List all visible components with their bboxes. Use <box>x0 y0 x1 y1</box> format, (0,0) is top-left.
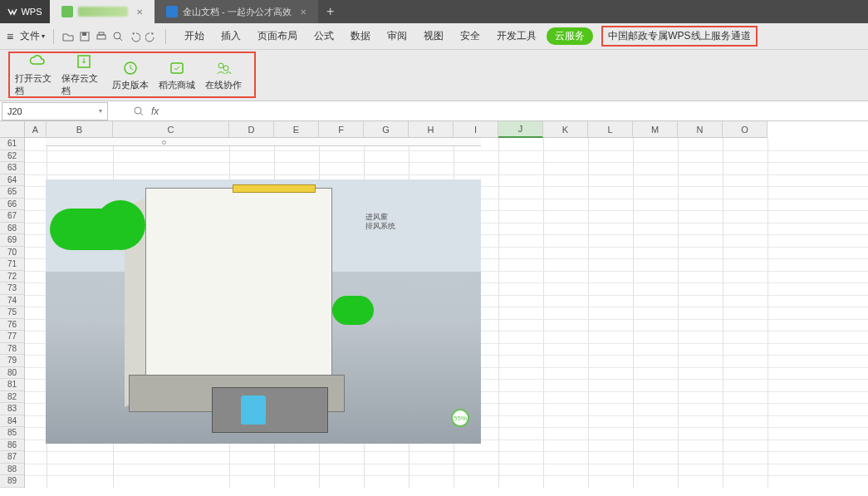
row-header-79[interactable]: 79 <box>0 355 24 367</box>
select-all-corner[interactable] <box>0 121 25 138</box>
row-header-76[interactable]: 76 <box>0 319 24 331</box>
row-header-71[interactable]: 71 <box>0 258 24 271</box>
col-header-D[interactable]: D <box>229 121 274 138</box>
row-header-73[interactable]: 73 <box>0 282 24 295</box>
cloud-open-icon <box>28 52 47 71</box>
history-button[interactable]: 历史版本 <box>108 59 153 91</box>
image-handle <box>162 140 166 145</box>
col-header-E[interactable]: E <box>274 121 319 138</box>
document-tab-2[interactable]: 金山文档 - 一起办公才高效 ✕ <box>154 0 318 23</box>
tab-security[interactable]: 安全 <box>454 26 487 47</box>
svg-rect-3 <box>99 32 104 35</box>
close-icon[interactable]: ✕ <box>136 7 143 17</box>
doc-icon <box>166 6 178 17</box>
row-header-74[interactable]: 74 <box>0 295 24 307</box>
tab-layout[interactable]: 页面布局 <box>251 26 304 47</box>
open-icon[interactable] <box>61 29 76 44</box>
collab-button[interactable]: 在线协作 <box>201 59 246 91</box>
row-header-80[interactable]: 80 <box>0 367 24 380</box>
svg-point-4 <box>114 32 120 39</box>
row-header-85[interactable]: 85 <box>0 427 24 440</box>
row-header-88[interactable]: 88 <box>0 464 24 476</box>
column-headers-row: ABCDEFGHIJKLMNO <box>0 121 868 138</box>
row-header-68[interactable]: 68 <box>0 223 24 235</box>
tab-insert[interactable]: 插入 <box>214 26 248 47</box>
chevron-down-icon[interactable]: ▾ <box>99 107 102 115</box>
cells-area[interactable]: 进风窗排风系统 55% <box>25 138 868 488</box>
document-tab-1[interactable]: ✕ <box>50 0 154 23</box>
highlighted-ribbon-group: 打开云文档 保存云文档 历史版本 稻壳商城 在线协作 <box>8 52 256 98</box>
row-header-65[interactable]: 65 <box>0 186 24 199</box>
separator <box>53 29 54 44</box>
tab-cloud[interactable]: 云服务 <box>547 27 593 45</box>
row-header-69[interactable]: 69 <box>0 234 24 247</box>
col-header-C[interactable]: C <box>113 121 229 138</box>
row-header-81[interactable]: 81 <box>0 379 24 391</box>
row-header-63[interactable]: 63 <box>0 162 24 174</box>
tab-start[interactable]: 开始 <box>178 26 211 47</box>
history-icon <box>121 59 140 77</box>
col-header-A[interactable]: A <box>25 121 47 138</box>
undo-icon[interactable] <box>127 29 142 44</box>
row-header-61[interactable]: 61 <box>0 138 24 150</box>
row-header-75[interactable]: 75 <box>0 307 24 319</box>
col-header-F[interactable]: F <box>319 121 364 138</box>
col-header-I[interactable]: I <box>454 121 498 138</box>
col-header-J[interactable]: J <box>498 121 543 138</box>
col-header-H[interactable]: H <box>409 121 454 138</box>
new-tab-button[interactable]: + <box>318 4 343 19</box>
formula-bar[interactable]: fx <box>133 106 159 117</box>
row-header-62[interactable]: 62 <box>0 150 24 163</box>
tab-review[interactable]: 审阅 <box>380 26 414 47</box>
save-icon[interactable] <box>77 29 92 44</box>
row-header-66[interactable]: 66 <box>0 199 24 211</box>
grid-body: 6162636465666768697071727374757677787980… <box>0 138 868 488</box>
zoom-icon <box>133 106 145 117</box>
tab-data[interactable]: 数据 <box>344 26 377 47</box>
svg-rect-2 <box>97 35 105 39</box>
ribbon-tabs: 开始 插入 页面布局 公式 数据 审阅 视图 安全 开发工具 云服务 中国邮政专… <box>178 26 757 47</box>
hamburger-icon[interactable]: ≡ <box>7 30 13 43</box>
print-icon[interactable] <box>94 29 109 44</box>
title-bar: WPS ✕ 金山文档 - 一起办公才高效 ✕ + <box>0 0 868 23</box>
row-header-64[interactable]: 64 <box>0 174 24 187</box>
row-header-78[interactable]: 78 <box>0 343 24 356</box>
tab-formula[interactable]: 公式 <box>307 26 341 47</box>
row-header-77[interactable]: 77 <box>0 331 24 343</box>
name-box[interactable]: J20 ▾ <box>2 102 108 120</box>
row-header-70[interactable]: 70 <box>0 247 24 259</box>
row-header-67[interactable]: 67 <box>0 210 24 223</box>
tab-view[interactable]: 视图 <box>417 26 450 47</box>
close-icon[interactable]: ✕ <box>300 7 306 17</box>
row-header-72[interactable]: 72 <box>0 271 24 283</box>
cad-scene: 进风窗排风系统 55% <box>46 179 481 444</box>
row-header-83[interactable]: 83 <box>0 403 24 415</box>
open-cloud-button[interactable]: 打开云文档 <box>15 52 60 97</box>
separator <box>165 29 166 44</box>
row-header-89[interactable]: 89 <box>0 475 24 488</box>
row-header-84[interactable]: 84 <box>0 415 24 428</box>
row-header-82[interactable]: 82 <box>0 391 24 404</box>
col-header-L[interactable]: L <box>588 121 633 138</box>
col-header-N[interactable]: N <box>678 121 723 138</box>
row-header-86[interactable]: 86 <box>0 440 24 452</box>
file-menu[interactable]: 文件▾ <box>18 27 47 45</box>
col-header-B[interactable]: B <box>47 121 113 138</box>
preview-icon[interactable] <box>110 29 125 44</box>
embedded-image[interactable]: 进风窗排风系统 55% <box>46 138 481 444</box>
col-header-K[interactable]: K <box>543 121 588 138</box>
save-cloud-button[interactable]: 保存云文档 <box>61 52 106 97</box>
template-mall-button[interactable]: 稻壳商城 <box>154 59 199 91</box>
template-icon <box>168 59 186 77</box>
ribbon: 打开云文档 保存云文档 历史版本 稻壳商城 在线协作 <box>0 50 868 101</box>
col-header-O[interactable]: O <box>723 121 767 138</box>
svg-rect-7 <box>171 63 183 73</box>
tab-devtools[interactable]: 开发工具 <box>490 26 543 47</box>
service-channel-link[interactable]: 中国邮政专属WPS线上服务通道 <box>601 26 757 47</box>
spreadsheet-icon <box>61 6 73 17</box>
col-header-M[interactable]: M <box>633 121 678 138</box>
svg-point-10 <box>135 107 141 114</box>
col-header-G[interactable]: G <box>364 121 409 138</box>
row-header-87[interactable]: 87 <box>0 451 24 464</box>
redo-icon[interactable] <box>144 29 159 44</box>
